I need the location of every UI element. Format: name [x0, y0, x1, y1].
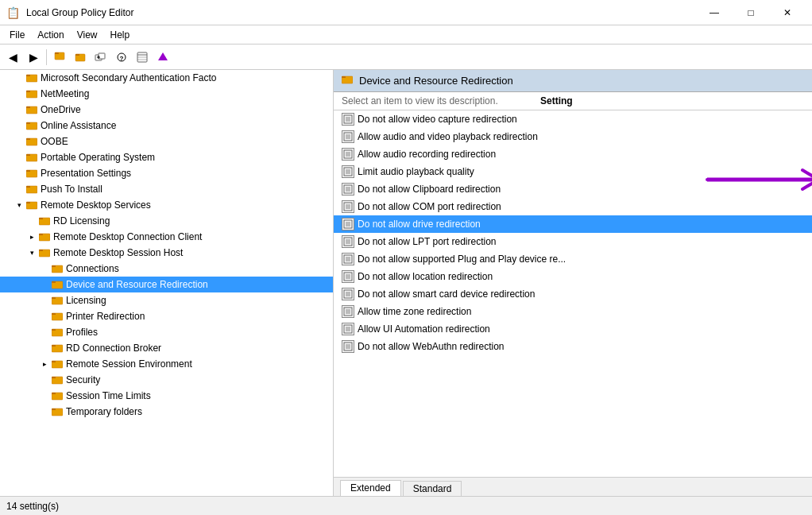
setting-item-s1[interactable]: Do not allow video capture redirection: [334, 110, 812, 128]
expand-btn-rd-session-host[interactable]: ▾: [25, 246, 38, 259]
tree-item-session-time-limits[interactable]: Session Time Limits: [0, 388, 333, 404]
setting-item-s14[interactable]: Do not allow WebAuthn redirection: [334, 338, 812, 355]
svg-rect-48: [52, 329, 56, 331]
tree-label-remote-session-env: Remote Session Environment: [66, 358, 192, 370]
svg-rect-60: [342, 76, 346, 78]
tree-item-printer-redirection[interactable]: Printer Redirection: [0, 308, 333, 324]
tree-item-licensing[interactable]: Licensing: [0, 292, 333, 308]
expand-btn-rd-connection-client[interactable]: ▸: [25, 230, 38, 243]
svg-marker-14: [158, 52, 168, 60]
toolbar-back[interactable]: ◀: [3, 48, 22, 67]
tree-item-portable-os[interactable]: Portable Operating System: [0, 149, 333, 165]
tree-item-rd-session-host[interactable]: ▾Remote Desktop Session Host: [0, 245, 333, 261]
tree-label-msaf: Microsoft Secondary Authentication Facto: [41, 72, 216, 83]
toolbar-btn6[interactable]: [153, 48, 172, 67]
svg-rect-1: [55, 52, 59, 54]
right-header-title: Device and Resource Redirection: [359, 75, 513, 87]
tree-item-temporary-folders[interactable]: Temporary folders: [0, 404, 333, 420]
expand-btn-presentation-settings: [13, 167, 25, 180]
tree-item-remote-desktop-services[interactable]: ▾Remote Desktop Services: [0, 197, 333, 213]
svg-rect-36: [39, 234, 43, 235]
tree-item-msaf[interactable]: Microsoft Secondary Authentication Facto: [0, 70, 333, 86]
setting-item-s13[interactable]: Allow UI Automation redirection: [334, 320, 812, 338]
folder-icon-rd-licensing: [38, 215, 51, 227]
setting-icon-s4: [342, 165, 354, 178]
tree-item-rd-connection-client[interactable]: ▸Remote Desktop Connection Client: [0, 229, 333, 245]
setting-item-s10[interactable]: Do not allow location redirection: [334, 268, 812, 285]
setting-icon-s10: [342, 270, 354, 283]
expand-btn-connections: [38, 262, 51, 275]
folder-icon-licensing: [51, 294, 64, 307]
tree-label-remote-desktop-services: Remote Desktop Services: [41, 199, 151, 211]
expand-btn-netmeeting: [13, 87, 25, 100]
expand-btn-remote-session-env[interactable]: ▸: [38, 358, 51, 370]
setting-item-s8[interactable]: Do not allow LPT port redirection: [334, 233, 812, 250]
expand-btn-remote-desktop-services[interactable]: ▾: [13, 199, 25, 211]
tree-item-device-resource-redirection[interactable]: Device and Resource Redirection: [0, 277, 333, 292]
toolbar-forward[interactable]: ▶: [24, 48, 43, 67]
tree-item-remote-session-env[interactable]: ▸Remote Session Environment: [0, 356, 333, 372]
right-columns: Select an item to view its description. …: [334, 92, 812, 110]
menu-view[interactable]: View: [71, 28, 104, 42]
folder-icon-security: [51, 374, 64, 386]
minimize-button[interactable]: —: [696, 3, 733, 22]
setting-column-header: Setting: [540, 95, 804, 106]
svg-rect-32: [26, 202, 30, 203]
setting-text-s13: Allow UI Automation redirection: [358, 323, 490, 335]
setting-item-s4[interactable]: Limit audio playback quality: [334, 163, 812, 180]
tree-item-netmeeting[interactable]: NetMeeting: [0, 86, 333, 102]
close-button[interactable]: ✕: [769, 3, 806, 22]
folder-icon-rd-connection-broker: [51, 342, 64, 354]
tree-item-presentation-settings[interactable]: Presentation Settings: [0, 165, 333, 181]
tree-item-profiles[interactable]: Profiles: [0, 324, 333, 340]
svg-rect-30: [26, 186, 30, 188]
setting-item-s12[interactable]: Allow time zone redirection: [334, 303, 812, 320]
setting-text-s14: Do not allow WebAuthn redirection: [358, 341, 505, 352]
svg-rect-26: [26, 154, 30, 156]
menu-file[interactable]: File: [3, 28, 31, 42]
folder-icon-temporary-folders: [51, 405, 64, 418]
setting-item-s6[interactable]: Do not allow COM port redirection: [334, 198, 812, 215]
setting-item-s7[interactable]: Do not allow drive redirection: [334, 215, 812, 233]
tree-item-connections[interactable]: Connections: [0, 261, 333, 277]
toolbar-btn3[interactable]: [91, 48, 110, 67]
title-bar: 📋 Local Group Policy Editor — □ ✕: [0, 0, 812, 25]
tree-item-push-to-install[interactable]: Push To Install: [0, 181, 333, 197]
toolbar-btn5[interactable]: [133, 48, 152, 67]
tree-item-security[interactable]: Security: [0, 372, 333, 388]
setting-item-s5[interactable]: Do not allow Clipboard redirection: [334, 180, 812, 198]
svg-rect-3: [75, 54, 79, 56]
menu-action[interactable]: Action: [31, 28, 70, 42]
tab-standard[interactable]: Standard: [403, 481, 462, 496]
toolbar-up[interactable]: [50, 48, 69, 67]
setting-item-s9[interactable]: Do not allow supported Plug and Play dev…: [334, 250, 812, 268]
expand-btn-msaf: [13, 72, 25, 84]
tree-label-rd-session-host: Remote Desktop Session Host: [53, 247, 183, 258]
setting-text-s6: Do not allow COM port redirection: [358, 201, 501, 212]
menu-help[interactable]: Help: [104, 28, 137, 42]
tree-item-online-assistance[interactable]: Online Assistance: [0, 118, 333, 134]
svg-rect-22: [26, 122, 30, 124]
tree-item-rd-licensing[interactable]: RD Licensing: [0, 213, 333, 229]
svg-rect-40: [52, 265, 56, 267]
tree-label-portable-os: Portable Operating System: [41, 152, 155, 163]
tree-item-onedrive[interactable]: OneDrive: [0, 102, 333, 118]
setting-text-s5: Do not allow Clipboard redirection: [358, 184, 501, 195]
setting-item-s11[interactable]: Do not allow smart card device redirecti…: [334, 285, 812, 303]
toolbar-sep1: [46, 49, 47, 65]
svg-rect-18: [26, 91, 30, 92]
tab-extended[interactable]: Extended: [340, 480, 401, 496]
setting-text-s7: Do not allow drive redirection: [358, 219, 481, 230]
svg-rect-44: [52, 297, 56, 299]
tree-item-rd-connection-broker[interactable]: RD Connection Broker: [0, 340, 333, 356]
tree-panel[interactable]: Microsoft Secondary Authentication Facto…: [0, 70, 334, 496]
tree-item-oobe[interactable]: OOBE: [0, 134, 333, 149]
folder-icon-netmeeting: [25, 87, 38, 100]
toolbar-btn4[interactable]: ?: [112, 48, 131, 67]
setting-item-s3[interactable]: Allow audio recording redirection: [334, 145, 812, 163]
folder-icon-remote-desktop-services: [25, 199, 38, 211]
toolbar-btn2[interactable]: [71, 48, 90, 67]
maximize-button[interactable]: □: [733, 3, 769, 22]
setting-item-s2[interactable]: Allow audio and video playback redirecti…: [334, 128, 812, 145]
expand-btn-onedrive: [13, 103, 25, 116]
